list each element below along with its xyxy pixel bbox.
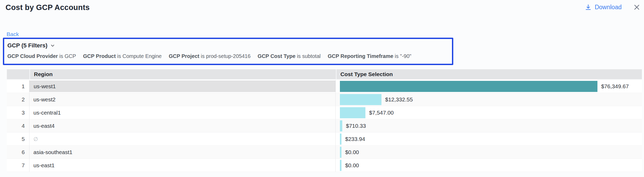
region-value: us-west2 — [29, 94, 335, 105]
filter-field-condition: is "-90" — [395, 53, 411, 59]
cost-cell[interactable]: $7,547.00 — [335, 106, 642, 119]
filter-summary-label: GCP (5 Filters) — [7, 42, 47, 49]
cost-value: $233.94 — [345, 136, 365, 142]
region-value: asia-southeast1 — [29, 146, 335, 158]
cost-cell[interactable]: $76,349.67 — [335, 80, 642, 93]
region-cell[interactable]: asia-southeast1 — [29, 146, 335, 159]
cost-cell[interactable]: $0.00 — [335, 159, 642, 172]
row-index: 4 — [7, 119, 29, 132]
table-header-row: Region Cost Type Selection — [7, 69, 642, 79]
column-header-region[interactable]: Region — [30, 69, 336, 79]
filter-field-condition: is prod-setup-205416 — [201, 53, 250, 59]
download-label: Download — [595, 4, 622, 11]
filter-field-condition: is subtotal — [297, 53, 321, 59]
cost-bar[interactable] — [340, 81, 597, 92]
table-body: 1us-west1$76,349.672us-west2$12,332.553u… — [7, 80, 642, 172]
cost-by-gcp-accounts-panel: { "header": { "title": "Cost by GCP Acco… — [0, 0, 644, 177]
filter-list: GCP Cloud Provider is GCPGCP Product is … — [7, 53, 452, 59]
region-null-value: ∅ — [29, 133, 335, 145]
row-index: 5 — [7, 132, 29, 145]
back-link[interactable]: Back — [7, 31, 19, 37]
region-cell[interactable]: us-west1 — [29, 80, 335, 93]
cost-cell[interactable]: $233.94 — [335, 132, 642, 145]
row-index: 2 — [7, 93, 29, 106]
cost-value: $0.00 — [345, 149, 359, 155]
page-title: Cost by GCP Accounts — [6, 3, 90, 12]
column-header-cost[interactable]: Cost Type Selection — [336, 69, 642, 79]
cost-bar[interactable] — [340, 107, 365, 118]
cost-value: $12,332.55 — [385, 96, 413, 103]
cost-cell[interactable]: $710.33 — [335, 119, 642, 132]
filter-condition[interactable]: GCP Product is Compute Engine — [83, 53, 162, 59]
region-value: us-central1 — [29, 107, 335, 118]
cost-value: $0.00 — [345, 162, 359, 169]
filter-field-condition: is GCP — [59, 53, 76, 59]
filter-box: GCP (5 Filters) GCP Cloud Provider is GC… — [3, 38, 453, 65]
table-row: 2us-west2$12,332.55 — [7, 93, 642, 106]
cost-value: $76,349.67 — [601, 83, 629, 90]
row-index: 7 — [7, 159, 29, 172]
cost-bar[interactable] — [340, 94, 381, 105]
chevron-down-icon — [50, 43, 55, 48]
cost-bar[interactable] — [340, 147, 341, 158]
filter-summary-dropdown[interactable]: GCP (5 Filters) — [7, 42, 55, 49]
region-cell[interactable]: us-east4 — [29, 119, 335, 132]
region-value: us-east4 — [29, 120, 335, 131]
filter-field-condition: is Compute Engine — [117, 53, 162, 59]
region-cell[interactable]: ∅ — [29, 132, 335, 145]
filter-condition[interactable]: GCP Reporting Timeframe is "-90" — [328, 53, 411, 59]
cost-value: $7,547.00 — [369, 110, 394, 116]
filter-field-name: GCP Product — [83, 53, 116, 59]
cost-bar[interactable] — [340, 134, 341, 145]
cost-cell[interactable]: $0.00 — [335, 146, 642, 159]
download-button[interactable]: Download — [585, 4, 622, 11]
cost-table: Region Cost Type Selection 1us-west1$76,… — [7, 69, 642, 172]
filter-condition[interactable]: GCP Cloud Provider is GCP — [7, 53, 76, 59]
cost-value: $710.33 — [346, 123, 366, 129]
filter-field-name: GCP Cost Type — [258, 53, 295, 59]
region-cell[interactable]: us-west2 — [29, 93, 335, 106]
region-value: us-east1 — [29, 160, 335, 171]
region-cell[interactable]: us-east1 — [29, 159, 335, 172]
row-index: 6 — [7, 146, 29, 159]
cost-bar[interactable] — [340, 120, 342, 131]
row-index: 3 — [7, 106, 29, 119]
table-row: 7us-east1$0.00 — [7, 159, 642, 172]
table-row: 3us-central1$7,547.00 — [7, 106, 642, 119]
region-cell[interactable]: us-central1 — [29, 106, 335, 119]
top-actions: Download — [585, 4, 640, 11]
table-row: 5∅$233.94 — [7, 132, 642, 146]
table-row: 1us-west1$76,349.67 — [7, 80, 642, 93]
cost-bar[interactable] — [340, 160, 341, 171]
row-index: 1 — [7, 80, 29, 93]
filter-field-name: GCP Cloud Provider — [7, 53, 58, 59]
table-row: 6asia-southeast1$0.00 — [7, 146, 642, 159]
download-icon — [585, 4, 592, 11]
table-row: 4us-east4$710.33 — [7, 119, 642, 132]
region-value: us-west1 — [29, 81, 335, 92]
close-icon[interactable] — [633, 4, 640, 11]
filter-condition[interactable]: GCP Cost Type is subtotal — [258, 53, 320, 59]
column-header-index — [7, 69, 29, 79]
cost-cell[interactable]: $12,332.55 — [335, 93, 642, 106]
filter-field-name: GCP Project — [169, 53, 199, 59]
filter-field-name: GCP Reporting Timeframe — [328, 53, 393, 59]
filter-condition[interactable]: GCP Project is prod-setup-205416 — [169, 53, 250, 59]
